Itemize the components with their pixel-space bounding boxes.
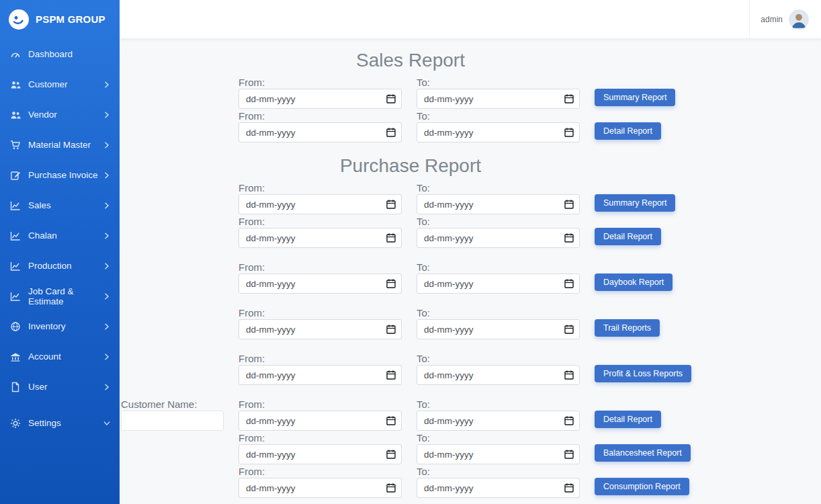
sidebar-item-sales[interactable]: Sales [0,190,120,220]
from-label: From: [239,110,402,122]
report-row: From: To: Summary Report [120,77,821,109]
to-date-input[interactable] [417,478,580,498]
from-field: From: [239,307,402,339]
report-row: From: To: Daybook Report [120,261,821,294]
to-field: To: [417,182,580,214]
calendar-icon[interactable] [564,199,574,210]
customer-name-input[interactable] [121,411,224,431]
to-date-input[interactable] [417,319,580,339]
detail-report-button[interactable]: Detail Report [595,411,661,428]
profit-loss-reports-button[interactable]: Profit & Loss Reports [595,365,691,382]
sidebar-nav: Dashboard Customer Vendor Material Maste… [0,38,120,438]
sidebar-item-customer[interactable]: Customer [0,69,120,99]
user-menu[interactable]: admin [749,0,821,38]
from-date-input[interactable] [239,478,402,498]
sidebar-item-inventory[interactable]: Inventory [0,311,120,341]
sidebar-item-label: Sales [28,200,51,210]
to-label: To: [417,77,580,89]
sidebar-item-job-card-estimate[interactable]: Job Card & Estimate [0,281,120,311]
sidebar-item-user[interactable]: User [0,372,120,402]
daybook-report-button[interactable]: Daybook Report [595,274,673,291]
from-date-input[interactable] [239,122,402,142]
calendar-icon[interactable] [386,199,396,210]
to-field: To: [417,261,580,294]
from-date-input[interactable] [239,365,402,385]
sidebar-item-dashboard[interactable]: Dashboard [0,39,120,69]
sidebar-item-material-master[interactable]: Material Master [0,130,120,160]
customer-name-field: Customer Name: [121,398,224,431]
calendar-icon[interactable] [386,482,396,493]
from-date-input[interactable] [239,89,402,109]
calendar-icon[interactable] [386,93,396,104]
calendar-icon[interactable] [386,127,396,138]
from-date-input[interactable] [239,319,402,339]
calendar-icon[interactable] [386,278,396,289]
calendar-icon[interactable] [386,324,396,335]
from-date-input[interactable] [239,228,402,248]
sidebar-item-chalan[interactable]: Chalan [0,220,120,251]
chevron-right-icon [103,353,110,360]
to-field: To: [417,216,580,248]
calendar-icon[interactable] [564,233,574,243]
calendar-icon[interactable] [564,324,574,335]
report-row: From: To: Balancesheet Report [120,432,821,464]
from-date-input[interactable] [239,411,402,431]
edit-icon [10,170,21,181]
consumption-report-button[interactable]: Consumption Report [595,478,689,495]
calendar-icon[interactable] [386,370,396,380]
purchase-report-title: Purchase Report [240,155,581,177]
to-field: To: [417,353,580,385]
calendar-icon[interactable] [564,370,574,380]
balancesheet-report-button[interactable]: Balancesheet Report [595,444,691,462]
calendar-icon[interactable] [386,449,396,460]
main-content: Sales Report From: To: [120,0,821,498]
from-date-input[interactable] [239,194,402,214]
to-date-input[interactable] [417,194,580,214]
to-date-input[interactable] [417,228,580,248]
sidebar-item-label: Customer [28,79,68,89]
sidebar-item-vendor[interactable]: Vendor [0,99,120,130]
summary-report-button[interactable]: Summary Report [595,89,675,106]
from-field: From: [239,398,402,431]
chevron-right-icon [103,202,110,209]
brand[interactable]: PSPM GROUP [0,0,120,38]
chevron-right-icon [103,323,110,330]
calendar-icon[interactable] [564,93,574,104]
calendar-icon[interactable] [564,127,574,138]
calendar-icon[interactable] [564,482,574,493]
brand-title: PSPM GROUP [36,13,105,25]
calendar-icon[interactable] [564,278,574,289]
username: admin [761,15,783,24]
user-avatar[interactable] [789,9,809,30]
to-date-input[interactable] [417,122,580,142]
from-date-input[interactable] [239,274,402,294]
customer-name-label: Customer Name: [121,398,224,411]
summary-report-button[interactable]: Summary Report [595,194,675,212]
to-date-input[interactable] [417,89,580,109]
chart-icon [10,261,21,271]
bank-icon [10,351,21,362]
sidebar-item-purchase-invoice[interactable]: Purchase Invoice [0,160,120,190]
trail-reports-button[interactable]: Trail Reports [595,319,660,337]
sidebar-item-account[interactable]: Account [0,341,120,372]
calendar-icon[interactable] [386,415,396,426]
purchase-report-section: Purchase Report From: To: [120,155,821,498]
calendar-icon[interactable] [386,233,396,243]
from-label: From: [239,216,402,228]
to-label: To: [417,216,580,228]
to-date-input[interactable] [417,365,580,385]
from-date-input[interactable] [239,444,402,464]
from-field: From: [239,182,402,214]
to-date-input[interactable] [417,274,580,294]
sidebar-item-settings[interactable]: Settings [0,408,120,438]
to-date-input[interactable] [417,411,580,431]
sidebar-item-production[interactable]: Production [0,251,120,281]
detail-report-button[interactable]: Detail Report [595,122,661,140]
detail-report-button[interactable]: Detail Report [595,228,661,245]
chevron-right-icon [103,263,110,269]
calendar-icon[interactable] [564,415,574,426]
sidebar-item-label: Account [28,351,61,362]
calendar-icon[interactable] [564,449,574,460]
chevron-right-icon [103,384,110,390]
to-date-input[interactable] [417,444,580,464]
